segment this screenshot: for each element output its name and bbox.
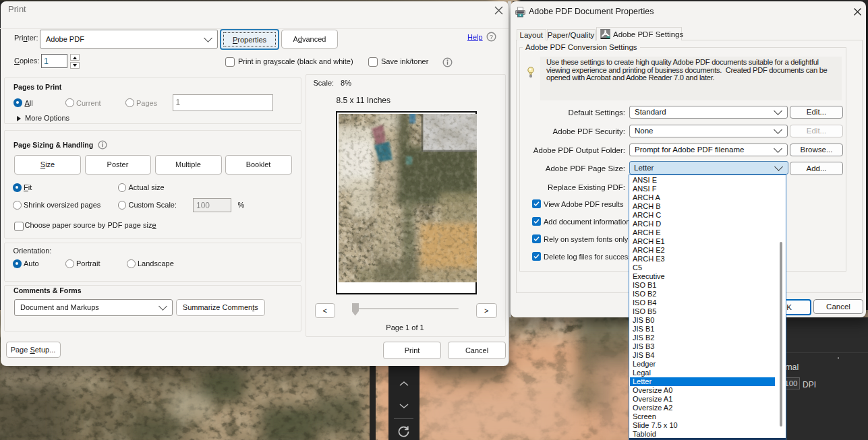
svg-text:?: ? — [490, 33, 493, 40]
